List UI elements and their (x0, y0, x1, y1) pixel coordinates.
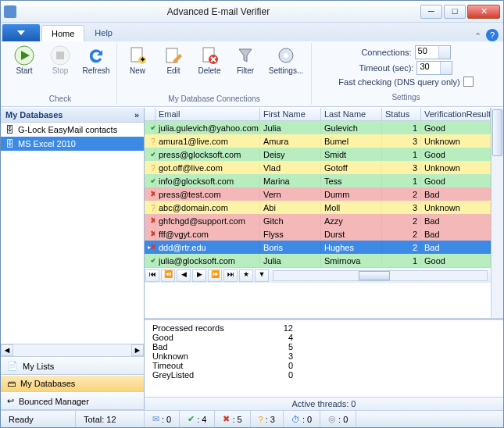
table-row[interactable]: ?amura1@live.comAmuraBumel3Unknown (145, 134, 491, 148)
tab-help[interactable]: Help (84, 24, 123, 41)
nav-my-databases[interactable]: 🗃My Databases (1, 375, 144, 392)
table-row[interactable]: ✔press@glocksoft.comDeisySmidt1Good (145, 148, 491, 161)
nav-prevpage[interactable]: ⏪ (161, 269, 175, 282)
col-first[interactable]: First Name (260, 108, 321, 120)
table-row[interactable]: ?got.off@live.comVladGotoff3Unknown (145, 161, 491, 174)
tab-home[interactable]: Home (41, 25, 84, 41)
nav-bounced-manager[interactable]: ↩Bounced Manager (1, 392, 144, 410)
collapse-ribbon-icon[interactable]: ⌃ (474, 31, 481, 41)
status-unknown: ? : 3 (251, 411, 284, 427)
question-icon: ? (259, 415, 263, 424)
group-check: Start Stop Refresh Check (4, 43, 117, 105)
edit-icon (163, 45, 184, 66)
help-icon[interactable]: ? (486, 29, 499, 41)
sidebar-item[interactable]: 🗄MS Excel 2010 (1, 137, 144, 151)
database-icon: 🗃 (7, 379, 16, 388)
timeout-input[interactable]: 30 (416, 61, 452, 75)
connections-label: Connections: (361, 48, 411, 57)
nav-my-lists[interactable]: 📄My Lists (1, 357, 144, 375)
status-good: ✔ : 4 (180, 411, 215, 427)
chevron-icon[interactable]: » (134, 110, 139, 119)
status-bad: ✖ : 5 (215, 411, 250, 427)
delete-button[interactable]: Delete (192, 43, 227, 77)
status-timeout: ⏱ : 0 (284, 411, 320, 427)
play-icon (13, 45, 35, 66)
gear-icon (275, 45, 297, 66)
nav-next[interactable]: ▶ (192, 269, 206, 282)
results-grid: Email First Name Last Name Status Verifi… (145, 108, 491, 318)
svg-rect-4 (56, 52, 64, 59)
refresh-icon (85, 45, 107, 66)
stats-list: Processed records12Good4Bad5Unknown3Time… (145, 320, 503, 397)
table-row[interactable]: ?abc@domain.comAbiMoll3Unknown (145, 201, 491, 214)
grid-body[interactable]: ✔julia.gulevich@yahoo.comJuliaGulevich1G… (145, 121, 491, 267)
stats-row: Timeout0 (152, 361, 495, 370)
nav-bookmark[interactable]: ★ (239, 269, 253, 282)
status-total: Total: 12 (76, 411, 145, 427)
nav-filter[interactable]: ▼ (255, 269, 269, 282)
cross-icon: ✖ (223, 414, 230, 424)
refresh-button[interactable]: Refresh (79, 43, 113, 77)
workspace: My Databases » 🗄G-Lock EasyMail contacts… (1, 107, 503, 410)
stats-panel: Processed records12Good4Bad5Unknown3Time… (145, 318, 503, 410)
table-row[interactable]: ✖press@test.comVernDumm2Bad (145, 187, 491, 201)
nav-prev[interactable]: ◀ (177, 269, 191, 282)
bounce-icon: ↩ (7, 396, 14, 406)
sidebar-item[interactable]: 🗄G-Lock EasyMail contacts (1, 123, 144, 137)
close-button[interactable]: ✕ (467, 5, 500, 19)
new-icon: ✉ (152, 414, 159, 424)
app-icon (4, 5, 16, 18)
db-icon: 🗄 (4, 138, 15, 149)
ribbon: Start Stop Refresh Check ✦New Edit Delet… (1, 41, 503, 107)
sidebar-list: 🗄G-Lock EasyMail contacts 🗄MS Excel 2010 (1, 123, 144, 344)
status-ready: Ready (1, 411, 76, 427)
group-settings: Connections:50 Timeout (sec):30 Fast che… (312, 43, 500, 105)
new-icon: ✦ (127, 45, 148, 66)
connections-input[interactable]: 50 (415, 45, 451, 59)
table-row[interactable]: ✖ghfchgd@support.comGitchAzzy2Bad (145, 214, 491, 227)
nav-nextpage[interactable]: ⏩ (208, 269, 222, 282)
minimize-button[interactable]: ─ (420, 5, 442, 19)
active-threads: Active threads: 0 (145, 397, 503, 410)
table-row[interactable]: ✖fff@vgyt.comFlyssDurst2Bad (145, 227, 491, 241)
col-status[interactable]: Status (382, 108, 421, 120)
new-button[interactable]: ✦New (120, 43, 155, 77)
settings-button[interactable]: Settings... (264, 43, 308, 77)
filter-button[interactable]: Filter (228, 43, 263, 77)
sidebar-header: My Databases » (1, 108, 144, 123)
stop-button[interactable]: Stop (43, 43, 77, 77)
grid-hscroll[interactable] (273, 270, 488, 281)
fastcheck-checkbox[interactable] (463, 77, 474, 87)
clock-icon: ⏱ (291, 415, 300, 424)
list-icon: 📄 (7, 361, 18, 371)
file-tab[interactable] (2, 24, 40, 41)
svg-text:✦: ✦ (139, 55, 146, 64)
main-panel: Email First Name Last Name Status Verifi… (145, 108, 503, 410)
left-panel: My Databases » 🗄G-Lock EasyMail contacts… (1, 108, 145, 410)
db-icon: 🗄 (4, 124, 15, 135)
col-email[interactable]: Email (155, 108, 260, 120)
table-row[interactable]: ✖ddd@rtr.eduBorisHughes2Bad (145, 241, 491, 254)
maximize-button[interactable]: □ (444, 5, 466, 19)
group-db: ✦New Edit Delete Filter Settings... My D… (117, 43, 312, 105)
nav-last[interactable]: ⏭ (223, 269, 238, 282)
fastcheck-label: Fast checking (DNS query only) (338, 77, 459, 87)
stats-row: GreyListed0 (152, 370, 495, 380)
stats-row: Bad5 (152, 342, 495, 351)
check-icon: ✔ (188, 414, 195, 424)
sidebar-hscroll[interactable]: ◄► (1, 344, 144, 356)
stats-row: Good4 (152, 333, 495, 342)
start-button[interactable]: Start (7, 43, 41, 77)
col-last[interactable]: Last Name (321, 108, 382, 120)
table-row[interactable]: ✔julia@glocksoft.comJuliaSmirnova1Good (145, 254, 491, 267)
ribbon-tabs: Home Help ⌃ ? (1, 23, 503, 41)
table-row[interactable]: ✔julia.gulevich@yahoo.comJuliaGulevich1G… (145, 121, 491, 134)
grid-vscroll[interactable] (491, 108, 503, 318)
col-result[interactable]: VerificationResult (421, 108, 491, 120)
edit-button[interactable]: Edit (156, 43, 191, 77)
filter-icon (234, 45, 256, 66)
table-row[interactable]: ✔info@glocksoft.comMarinaTess1Good (145, 174, 491, 187)
status-grey: ◎ : 0 (320, 411, 356, 427)
nav-first[interactable]: ⏮ (145, 269, 159, 282)
svg-marker-0 (17, 30, 25, 35)
